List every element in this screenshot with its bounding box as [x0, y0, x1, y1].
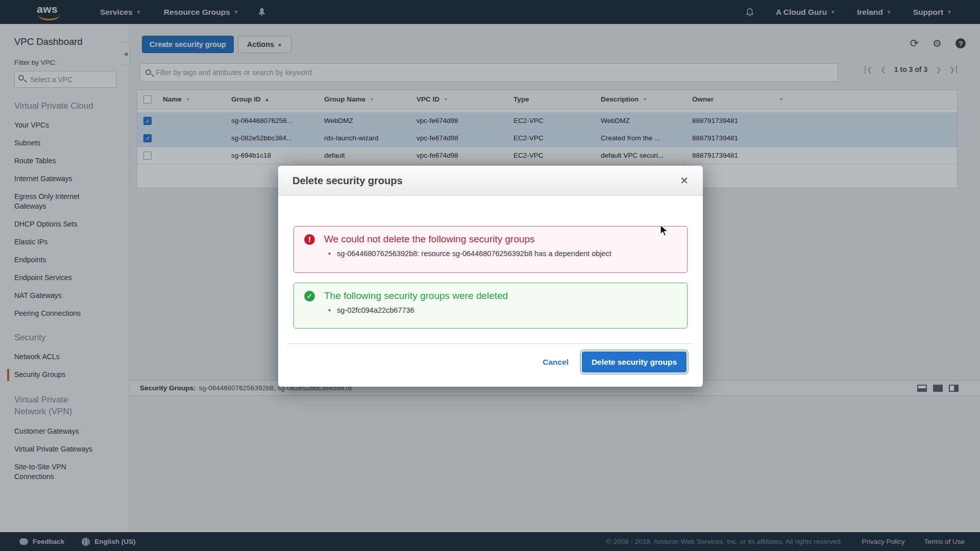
error-heading: We could not delete the following securi… [324, 234, 535, 245]
bullet-icon: • [328, 306, 331, 314]
delete-security-groups-modal: Delete security groups ✕ ! We could not … [278, 166, 703, 387]
close-icon[interactable]: ✕ [680, 174, 689, 187]
modal-header: Delete security groups ✕ [278, 166, 703, 196]
bullet-icon: • [328, 249, 331, 258]
cancel-button[interactable]: Cancel [543, 358, 569, 367]
success-check-icon: ✓ [304, 291, 315, 302]
error-alert: ! We could not delete the following secu… [293, 226, 688, 273]
success-list-item: • sg-02fc094a22cb67736 [328, 306, 677, 314]
aws-console-page: aws Services▼ Resource Groups▼ A Cloud G… [0, 0, 980, 551]
error-list-item: • sg-064468076256392b8: resource sg-0644… [328, 249, 677, 258]
delete-security-groups-button[interactable]: Delete security groups [582, 352, 687, 372]
error-icon: ! [304, 234, 315, 245]
success-heading: The following security groups were delet… [324, 290, 508, 302]
modal-title: Delete security groups [292, 175, 403, 187]
modal-divider [287, 343, 694, 344]
success-alert: ✓ The following security groups were del… [293, 283, 688, 329]
